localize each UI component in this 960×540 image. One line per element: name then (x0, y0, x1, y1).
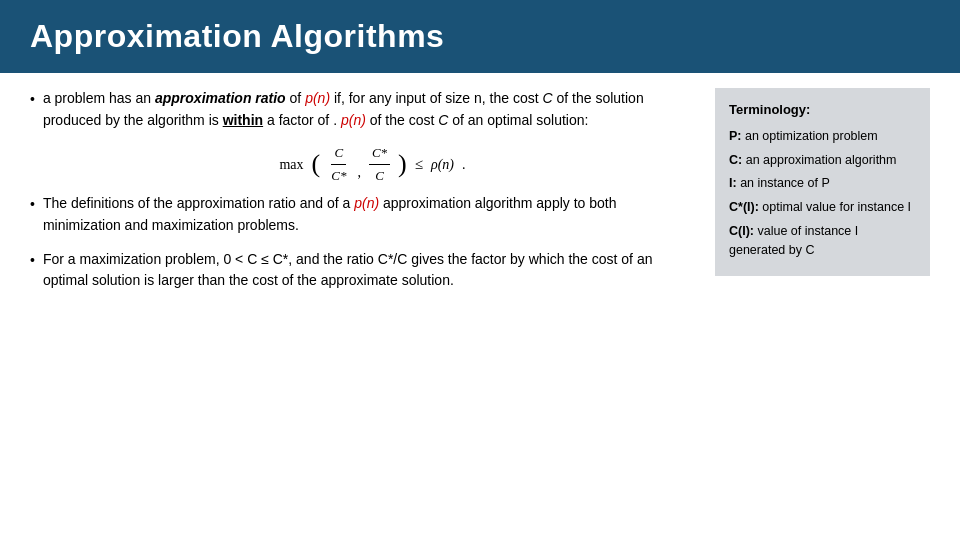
term-CI: C(I): value of instance I generated by C (729, 222, 916, 260)
numerator-1: C (331, 143, 346, 165)
pn-1: p(n) (305, 90, 330, 106)
cost-c-1: C (543, 90, 553, 106)
term-C-desc: an approximation algorithm (746, 153, 897, 167)
term-P: P: an optimization problem (729, 127, 916, 146)
term-Cstar-key: C*(I): (729, 200, 759, 214)
content-area: • a problem has an approximation ratio o… (0, 73, 960, 314)
numerator-2: C* (369, 143, 390, 165)
bullet-1: • a problem has an approximation ratio o… (30, 88, 695, 131)
term-I: I: an instance of P (729, 174, 916, 193)
bullet-2: • The definitions of the approximation r… (30, 193, 695, 236)
rho-expr: ρ(n) (431, 154, 454, 175)
cost-c-2: C (438, 112, 448, 128)
denominator-2: C (372, 165, 387, 186)
terminology-box: Terminology: P: an optimization problem … (715, 88, 930, 276)
slide: Approximation Algorithms • a problem has… (0, 0, 960, 540)
term-P-desc: an optimization problem (745, 129, 878, 143)
max-label: max (279, 154, 303, 175)
pn-2: p(n) (341, 112, 366, 128)
formula: max ( C C* , C* C ) ≤ ρ(n) . (279, 143, 465, 185)
term-C: C: an approximation algorithm (729, 151, 916, 170)
fraction-1: C C* (328, 143, 349, 185)
fraction-2: C* C (369, 143, 390, 185)
term-approx-ratio: approximation ratio (155, 90, 286, 106)
formula-container: max ( C C* , C* C ) ≤ ρ(n) . (50, 143, 695, 185)
within-text: within (223, 112, 263, 128)
term-I-key: I: (729, 176, 737, 190)
comma: , (357, 162, 361, 185)
pn-3: p(n) (354, 195, 379, 211)
bullet-symbol-2: • (30, 194, 35, 215)
term-CI-key: C(I): (729, 224, 754, 238)
title-bar: Approximation Algorithms (0, 0, 960, 73)
bullet-text-2: The definitions of the approximation rat… (43, 193, 695, 236)
open-paren: ( (312, 151, 321, 177)
bullet-text-1: a problem has an approximation ratio of … (43, 88, 695, 131)
bullet-text-3: For a maximization problem, 0 < C ≤ C*, … (43, 249, 695, 292)
term-Cstar-desc: optimal value for instance I (762, 200, 911, 214)
formula-dot: . (462, 154, 466, 175)
bullet-symbol-3: • (30, 250, 35, 271)
term-Cstar: C*(I): optimal value for instance I (729, 198, 916, 217)
terminology-title: Terminology: (729, 100, 916, 121)
denominator-1: C* (328, 165, 349, 186)
term-P-key: P: (729, 129, 742, 143)
bullet-3: • For a maximization problem, 0 < C ≤ C*… (30, 249, 695, 292)
leq-symbol: ≤ (415, 153, 423, 176)
slide-title: Approximation Algorithms (30, 18, 930, 55)
close-paren: ) (398, 151, 407, 177)
term-I-desc: an instance of P (740, 176, 830, 190)
term-C-key: C: (729, 153, 742, 167)
bullet-symbol-1: • (30, 89, 35, 110)
main-content: • a problem has an approximation ratio o… (30, 88, 695, 304)
